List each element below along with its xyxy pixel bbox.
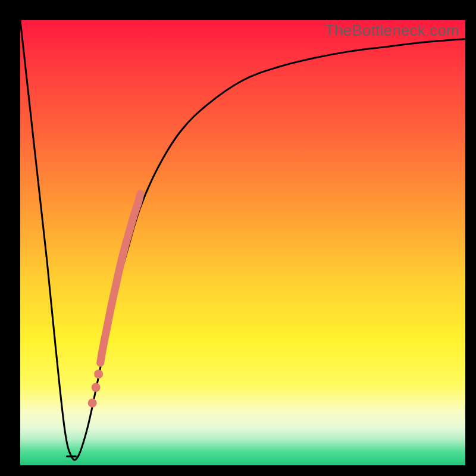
salmon-dot [94, 369, 103, 378]
plot-area: TheBottleneck.com [20, 20, 465, 465]
chart-frame: TheBottleneck.com [0, 0, 476, 476]
salmon-dot [88, 399, 97, 408]
salmon-overlay [101, 194, 140, 363]
salmon-dot [92, 383, 101, 392]
bottleneck-curve [20, 20, 465, 460]
salmon-dots [88, 369, 103, 408]
curve-layer [20, 20, 465, 465]
